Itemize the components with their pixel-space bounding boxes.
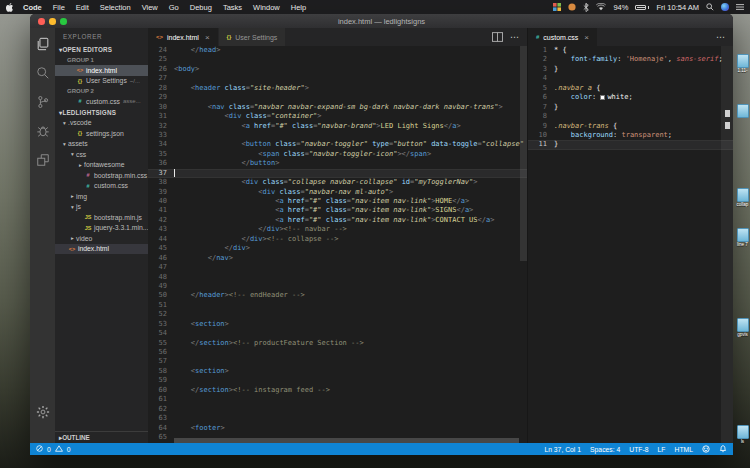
settings-gear-icon[interactable] bbox=[30, 405, 55, 419]
menu-selection[interactable]: Selection bbox=[100, 3, 131, 12]
code-line-31[interactable]: 31 <div class="container"> bbox=[148, 112, 527, 121]
code-line-57[interactable]: 57 bbox=[148, 357, 527, 366]
scrollbar-zone[interactable] bbox=[721, 46, 733, 443]
tree-item-bootstrap.min.css[interactable]: #bootstrap.min.css bbox=[55, 170, 148, 181]
code-line-8[interactable]: 8 bbox=[528, 112, 733, 121]
tab-user-settings[interactable]: {}User Settings bbox=[219, 28, 287, 46]
desktop-file-icon[interactable]: line 7 bbox=[736, 228, 749, 247]
code-line-4[interactable]: 4 bbox=[528, 74, 733, 83]
code-line-5[interactable]: 5.navbar a { bbox=[528, 84, 733, 93]
desktop-file-icon[interactable]: gpvis bbox=[736, 318, 749, 337]
code-line-49[interactable]: 49 bbox=[148, 282, 527, 291]
code-line-46[interactable]: 46 </nav> bbox=[148, 254, 527, 263]
code-line-25[interactable]: 25 bbox=[148, 55, 527, 64]
code-line-26[interactable]: 26<body> bbox=[148, 65, 527, 74]
code-line-37[interactable]: 37 bbox=[148, 169, 527, 178]
source-control-icon[interactable] bbox=[35, 94, 51, 110]
tab-custom.css[interactable]: #custom.css× bbox=[528, 28, 598, 46]
code-line-1[interactable]: 1* { bbox=[528, 46, 733, 55]
code-line-53[interactable]: 53 <section> bbox=[148, 320, 527, 329]
code-line-33[interactable]: 33 bbox=[148, 131, 527, 140]
tree-item-css[interactable]: ▾css bbox=[55, 149, 148, 160]
tree-item-img[interactable]: ▸img bbox=[55, 191, 148, 202]
code-line-3[interactable]: 3} bbox=[528, 65, 733, 74]
code-line-56[interactable]: 56 bbox=[148, 348, 527, 357]
open-editor-index.html[interactable]: <>index.html bbox=[55, 65, 148, 76]
feedback-smiley-icon[interactable] bbox=[702, 445, 710, 454]
zoom-window-button[interactable] bbox=[60, 18, 67, 25]
code-line-30[interactable]: 30 <nav class="navbar navbar-expand-sm b… bbox=[148, 103, 527, 112]
code-line-38[interactable]: 38 <div class="collapse navbar-collapse"… bbox=[148, 178, 527, 187]
close-window-button[interactable] bbox=[38, 18, 45, 25]
explorer-icon[interactable] bbox=[35, 36, 51, 52]
outline-section-header[interactable]: ▸OUTLINE bbox=[55, 431, 148, 443]
window-title-bar[interactable]: index.html — ledlightsigns bbox=[30, 14, 733, 28]
menu-go[interactable]: Go bbox=[169, 3, 179, 12]
siri-icon[interactable] bbox=[721, 3, 729, 11]
search-icon[interactable] bbox=[35, 65, 51, 81]
code-line-52[interactable]: 52 bbox=[148, 310, 527, 319]
code-line-64[interactable]: 64 <footer> bbox=[148, 424, 527, 433]
code-line-35[interactable]: 35 <span class="navbar-toggler-icon"></s… bbox=[148, 150, 527, 159]
open-editor-user-settings[interactable]: {}User Settings~/... bbox=[55, 76, 148, 87]
tree-item-custom.css[interactable]: #custom.css bbox=[55, 181, 148, 192]
desktop-file-icon[interactable]: collap bbox=[736, 188, 749, 207]
code-line-51[interactable]: 51 bbox=[148, 301, 527, 310]
code-line-32[interactable]: 32 <a href="#" class="navbar-brand">LED … bbox=[148, 122, 527, 131]
code-line-44[interactable]: 44 </div><!-- collapse --> bbox=[148, 235, 527, 244]
editor-custom-css[interactable]: 1* {2 font-family: 'Homenaje', sans-seri… bbox=[528, 46, 733, 443]
code-line-27[interactable]: 27 bbox=[148, 74, 527, 83]
tree-item-jquery-3.3.1.min...[interactable]: JSjquery-3.3.1.min... bbox=[55, 223, 148, 234]
vertical-scrollbar[interactable] bbox=[520, 46, 527, 261]
code-line-41[interactable]: 41 <a href="#" class="nav-item nav-link"… bbox=[148, 206, 527, 215]
more-actions-icon[interactable]: ⋯ bbox=[716, 32, 726, 42]
code-line-2[interactable]: 2 font-family: 'Homenaje', sans-serif; bbox=[528, 55, 733, 64]
editor-index-html[interactable]: 24 </head>2526<body>2728 <header class="… bbox=[148, 46, 527, 443]
menu-bar-clock[interactable]: Fri 10:54 AM bbox=[656, 3, 699, 12]
code-line-62[interactable]: 62 bbox=[148, 405, 527, 414]
menu-edit[interactable]: Edit bbox=[76, 3, 89, 12]
code-line-40[interactable]: 40 <a href="#" class="nav-item nav-link"… bbox=[148, 197, 527, 206]
menu-file[interactable]: File bbox=[53, 3, 65, 12]
notification-center-icon[interactable] bbox=[736, 3, 744, 11]
code-line-45[interactable]: 45 </div> bbox=[148, 244, 527, 253]
menu-debug[interactable]: Debug bbox=[190, 3, 212, 12]
code-line-10[interactable]: 10 background: transparent; bbox=[528, 131, 733, 140]
code-line-63[interactable]: 63 bbox=[148, 414, 527, 423]
app-status-icon-1[interactable] bbox=[553, 3, 561, 11]
code-line-43[interactable]: 43 </div><!-- navbar --> bbox=[148, 225, 527, 234]
code-line-60[interactable]: 60 </section><!-- instagram feed --> bbox=[148, 386, 527, 395]
code-line-42[interactable]: 42 <a href="#" class="nav-item nav-link"… bbox=[148, 216, 527, 225]
tree-item-js[interactable]: ▾js bbox=[55, 202, 148, 213]
code-line-11[interactable]: 11} bbox=[528, 140, 733, 149]
status-spaces-4[interactable]: Spaces: 4 bbox=[590, 446, 620, 453]
extensions-icon[interactable] bbox=[35, 152, 51, 168]
code-line-9[interactable]: 9.navbar-trans { bbox=[528, 122, 733, 131]
close-tab-icon[interactable]: × bbox=[205, 33, 210, 42]
code-line-24[interactable]: 24 </head> bbox=[148, 46, 527, 55]
code-line-47[interactable]: 47 bbox=[148, 263, 527, 272]
code-line-50[interactable]: 50 </header><!-- endHeader --> bbox=[148, 291, 527, 300]
tab-index.html[interactable]: <>index.html× bbox=[148, 28, 219, 46]
menu-window[interactable]: Window bbox=[253, 3, 280, 12]
status-html[interactable]: HTML bbox=[674, 446, 693, 453]
menu-code[interactable]: Code bbox=[23, 3, 42, 12]
wifi-icon[interactable] bbox=[596, 3, 606, 11]
apple-menu-icon[interactable] bbox=[6, 3, 14, 12]
tree-item-fontawesome[interactable]: ▸fontawesome bbox=[55, 160, 148, 171]
code-line-54[interactable]: 54 bbox=[148, 329, 527, 338]
code-line-61[interactable]: 61 bbox=[148, 395, 527, 404]
minimize-window-button[interactable] bbox=[49, 18, 56, 25]
open-editor-custom.css[interactable]: #custom.cssasse... bbox=[55, 96, 148, 107]
project-root-header[interactable]: ▾LEDLIGHTSIGNS bbox=[55, 107, 148, 118]
more-actions-icon[interactable]: ⋯ bbox=[510, 32, 520, 42]
code-line-29[interactable]: 29 bbox=[148, 93, 527, 102]
tree-item-video[interactable]: ▸video bbox=[55, 233, 148, 244]
code-line-7[interactable]: 7} bbox=[528, 103, 733, 112]
split-editor-icon[interactable] bbox=[492, 28, 503, 46]
desktop-file-icon[interactable]: ls bbox=[736, 425, 749, 444]
code-line-34[interactable]: 34 <button class="navbar-toggler" type="… bbox=[148, 140, 527, 149]
desktop-file-icon[interactable]: 1.11- bbox=[736, 54, 749, 73]
close-tab-icon[interactable]: × bbox=[584, 33, 589, 42]
code-line-48[interactable]: 48 bbox=[148, 273, 527, 282]
